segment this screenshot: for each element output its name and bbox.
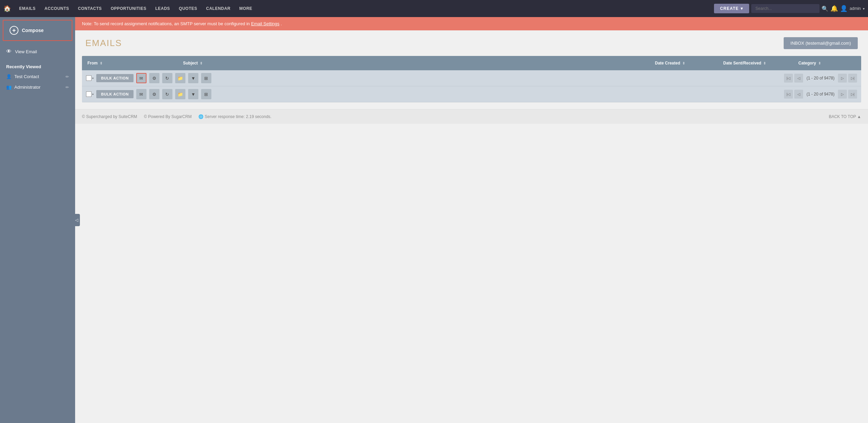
back-to-top-button[interactable]: BACK TO TOP ▲ <box>829 114 861 119</box>
column-subject-label: Subject <box>183 61 198 65</box>
first-page-btn-top[interactable]: |◁ <box>784 74 793 83</box>
columns-icon-button-top[interactable]: ⊞ <box>201 73 211 83</box>
sidebar-recent-test-contact[interactable]: 👤 Test Contact ✏ <box>0 71 75 82</box>
sort-date-sent-icon[interactable]: ⇕ <box>763 61 766 65</box>
notifications-icon[interactable]: 🔔 <box>830 5 838 12</box>
sidebar-collapse-button[interactable]: ◁ <box>73 214 80 226</box>
column-category-label: Category <box>798 61 816 65</box>
sidebar: + Compose 👁 View Email Recently Viewed 👤… <box>0 17 75 423</box>
top-navigation: 🏠 EMAILS ACCOUNTS CONTACTS OPPORTUNITIES… <box>0 0 868 17</box>
pagination-top: |◁ ◁ (1 - 20 of 9478) ▷ ▷| <box>784 74 857 83</box>
search-icon[interactable]: 🔍 <box>822 5 828 12</box>
edit-icon-test-contact[interactable]: ✏ <box>66 74 69 79</box>
pagination-bottom: |◁ ◁ (1 - 20 of 9478) ▷ ▷| <box>784 90 857 99</box>
column-subject[interactable]: Subject ⇕ <box>178 56 649 70</box>
email-icon-button-bottom[interactable]: ✉ <box>136 89 146 99</box>
page-footer: © Supercharged by SuiteCRM © Powered By … <box>75 109 868 124</box>
compose-button[interactable]: + Compose <box>3 20 72 41</box>
page-title: EMAILS <box>85 38 122 48</box>
create-label: CREATE <box>720 6 739 11</box>
compose-plus-icon: + <box>10 26 18 35</box>
checkbox-dropdown-arrow-bottom[interactable]: ▾ <box>92 93 94 96</box>
last-page-btn-bottom[interactable]: ▷| <box>848 90 857 99</box>
bottom-toolbar-row: ▾ BULK ACTION ✉ ⚙ ↻ 📁 ▼ ⊞ |◁ ◁ (1 - 20 o… <box>82 86 861 102</box>
footer-sugarcrm: © Powered By SugarCRM <box>144 114 192 119</box>
refresh-icon-button-top[interactable]: ↻ <box>162 73 172 83</box>
nav-quotes[interactable]: QUOTES <box>176 6 201 11</box>
page-info-bottom: (1 - 20 of 9478) <box>804 92 837 97</box>
email-settings-link[interactable]: Email Settings <box>251 21 279 26</box>
footer-suitecrm: © Supercharged by SuiteCRM <box>82 114 137 119</box>
notification-text: Note: To send record assignment notifica… <box>82 21 251 26</box>
bulk-action-button-top[interactable]: BULK ACTION <box>96 74 134 82</box>
columns-icon-button-bottom[interactable]: ⊞ <box>201 89 211 99</box>
column-from-label: From <box>87 61 98 65</box>
column-date-created-label: Date Created <box>655 61 680 65</box>
notification-text-end: . <box>281 21 282 26</box>
search-input[interactable] <box>751 4 820 13</box>
next-page-btn-top[interactable]: ▷ <box>838 74 847 83</box>
inbox-button[interactable]: INBOX (testemail@gmail.com) <box>784 37 858 49</box>
sidebar-item-view-email[interactable]: 👁 View Email <box>0 44 75 59</box>
settings-icon-button-top[interactable]: ⚙ <box>149 73 159 83</box>
sort-subject-icon[interactable]: ⇕ <box>200 61 202 65</box>
refresh-icon-button-bottom[interactable]: ↻ <box>162 89 172 99</box>
column-date-sent[interactable]: Date Sent/Received ⇕ <box>718 56 793 70</box>
footer-server-time: 🌐 Server response time: 2.19 seconds. <box>198 114 271 119</box>
top-toolbar-row: ▾ BULK ACTION ✉ ⚙ ↻ 📁 ▼ ⊞ |◁ ◁ (1 - 20 o… <box>82 70 861 86</box>
prev-page-btn-top[interactable]: ◁ <box>794 74 803 83</box>
column-date-sent-label: Date Sent/Received <box>723 61 761 65</box>
nav-contacts[interactable]: CONTACTS <box>74 6 105 11</box>
nav-opportunities[interactable]: OPPORTUNITIES <box>107 6 150 11</box>
column-date-created[interactable]: Date Created ⇕ <box>649 56 718 70</box>
sort-from-icon[interactable]: ⇕ <box>100 61 102 65</box>
prev-page-btn-bottom[interactable]: ◁ <box>794 90 803 99</box>
user-avatar-icon[interactable]: 👤 <box>840 5 848 12</box>
recently-viewed-title: Recently Viewed <box>0 59 75 71</box>
view-email-icon: 👁 <box>6 48 12 55</box>
nav-calendar[interactable]: CALENDAR <box>202 6 234 11</box>
table-header: From ⇕ Subject ⇕ Date Created ⇕ Date Sen… <box>82 56 861 70</box>
page-header: EMAILS INBOX (testemail@gmail.com) <box>75 30 868 53</box>
admin-label[interactable]: admin <box>850 6 861 11</box>
last-page-btn-top[interactable]: ▷| <box>848 74 857 83</box>
notification-banner: Note: To send record assignment notifica… <box>75 17 868 30</box>
compose-label: Compose <box>22 28 44 33</box>
checkbox-dropdown-bottom[interactable]: ▾ <box>86 91 94 97</box>
email-icon-button-top[interactable]: ✉ <box>136 73 146 83</box>
column-from[interactable]: From ⇕ <box>82 56 178 70</box>
checkbox-dropdown-top[interactable]: ▾ <box>86 75 94 81</box>
group-icon: 👥 <box>6 85 12 90</box>
create-button[interactable]: CREATE ▾ <box>714 4 749 13</box>
sort-date-created-icon[interactable]: ⇕ <box>682 61 685 65</box>
nav-emails[interactable]: EMAILS <box>16 6 39 11</box>
main-content: Note: To send record assignment notifica… <box>75 17 868 423</box>
next-page-btn-bottom[interactable]: ▷ <box>838 90 847 99</box>
admin-dropdown-icon[interactable]: ▾ <box>863 7 865 11</box>
view-email-label: View Email <box>15 49 37 54</box>
folder-icon-button-bottom[interactable]: 📁 <box>175 89 185 99</box>
page-info-top: (1 - 20 of 9478) <box>804 76 837 81</box>
contact-icon: 👤 <box>6 74 12 79</box>
create-arrow-icon: ▾ <box>741 6 743 11</box>
home-icon[interactable]: 🏠 <box>3 5 11 12</box>
select-all-checkbox-bottom[interactable] <box>86 91 92 97</box>
filter-icon-button-top[interactable]: ▼ <box>188 73 198 83</box>
nav-more[interactable]: MORE <box>236 6 256 11</box>
filter-icon-button-bottom[interactable]: ▼ <box>188 89 198 99</box>
nav-accounts[interactable]: ACCOUNTS <box>41 6 72 11</box>
nav-leads[interactable]: LEADS <box>152 6 173 11</box>
select-all-checkbox-top[interactable] <box>86 75 92 81</box>
recent-item-administrator: Administrator <box>14 85 41 90</box>
emails-table: From ⇕ Subject ⇕ Date Created ⇕ Date Sen… <box>82 56 861 102</box>
edit-icon-administrator[interactable]: ✏ <box>66 85 69 90</box>
checkbox-dropdown-arrow-top[interactable]: ▾ <box>92 77 94 80</box>
column-category[interactable]: Category ⇕ <box>793 56 861 70</box>
settings-icon-button-bottom[interactable]: ⚙ <box>149 89 159 99</box>
sidebar-recent-administrator[interactable]: 👥 Administrator ✏ <box>0 82 75 92</box>
recent-item-test-contact: Test Contact <box>14 74 39 79</box>
folder-icon-button-top[interactable]: 📁 <box>175 73 185 83</box>
first-page-btn-bottom[interactable]: |◁ <box>784 90 793 99</box>
sort-category-icon[interactable]: ⇕ <box>818 61 821 65</box>
bulk-action-button-bottom[interactable]: BULK ACTION <box>96 90 134 98</box>
